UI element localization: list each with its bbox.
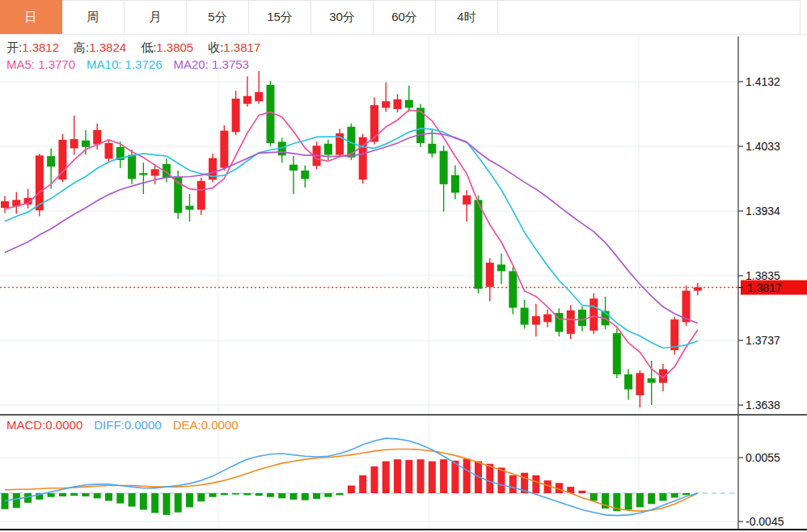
open-label: 开: xyxy=(6,40,22,54)
ohlc-readout: 开:1.3812高:1.3824低:1.3805收:1.3817 xyxy=(6,40,260,56)
macd-histogram xyxy=(2,458,691,515)
open-value: 1.3812 xyxy=(22,40,59,54)
kline-chart-page: 1.41321.40331.39341.38351.37371.36380.00… xyxy=(0,0,807,532)
macd-label: MACD: xyxy=(6,418,45,432)
high-value: 1.3824 xyxy=(89,40,126,54)
axes xyxy=(0,36,807,530)
macd-readout: MACD:0.0000DIFF:0.0000DEA:0.0000 xyxy=(6,418,239,432)
ma20-value: 1.3753 xyxy=(212,57,249,71)
ma10-value: 1.3726 xyxy=(125,57,163,71)
dea-line xyxy=(5,450,698,512)
period-tab-strip: 日周月5分15分30分60分4时 xyxy=(0,0,807,35)
low-label: 低: xyxy=(141,40,156,54)
tab-strip-spacer xyxy=(498,0,801,34)
price-tag-value: 1.3817 xyxy=(747,281,782,294)
tab-strip-edge xyxy=(801,0,807,34)
axis-labels: 1.41321.40331.39341.38351.37371.36380.00… xyxy=(738,75,784,528)
tab-4时[interactable]: 4时 xyxy=(436,0,498,34)
ma20-label: MA20: xyxy=(174,57,209,71)
low-value: 1.3805 xyxy=(156,40,193,54)
macd-tick-label: -0.0045 xyxy=(746,515,784,528)
chart-canvas[interactable]: 1.41321.40331.39341.38351.37371.36380.00… xyxy=(0,0,807,532)
tab-30分[interactable]: 30分 xyxy=(311,0,374,34)
tab-月[interactable]: 月 xyxy=(125,0,187,34)
macd-value: 0.0000 xyxy=(45,418,82,432)
price-tick-label: 1.4132 xyxy=(746,75,780,88)
close-value: 1.3817 xyxy=(223,40,260,54)
diff-line xyxy=(5,438,698,516)
diff-value: 0.0000 xyxy=(125,418,162,432)
tab-周[interactable]: 周 xyxy=(62,0,125,34)
ma5-value: 1.3770 xyxy=(38,57,75,71)
ma-readout: MA5: 1.3770MA10: 1.3726MA20: 1.3753 xyxy=(6,57,249,71)
dea-label: DEA: xyxy=(173,418,201,432)
dea-value: 0.0000 xyxy=(201,418,239,432)
macd-tick-label: 0.0055 xyxy=(746,451,780,464)
price-tick-label: 1.3638 xyxy=(746,399,780,412)
close-label: 收: xyxy=(208,40,223,54)
gridlines xyxy=(0,35,738,530)
tab-日[interactable]: 日 xyxy=(0,0,62,34)
high-label: 高: xyxy=(74,40,89,54)
ma10-label: MA10: xyxy=(87,57,121,71)
tab-5分[interactable]: 5分 xyxy=(187,0,249,34)
price-tag: 1.3817 xyxy=(738,281,807,295)
price-tick-label: 1.4033 xyxy=(746,140,780,153)
tab-60分[interactable]: 60分 xyxy=(374,0,436,34)
price-tick-label: 1.3737 xyxy=(746,334,780,347)
price-tick-label: 1.3934 xyxy=(746,205,780,217)
candlestick-series xyxy=(1,71,702,407)
tab-15分[interactable]: 15分 xyxy=(249,0,311,34)
ma5-label: MA5: xyxy=(6,57,35,71)
macd-lines xyxy=(5,438,698,516)
diff-label: DIFF: xyxy=(94,418,125,432)
